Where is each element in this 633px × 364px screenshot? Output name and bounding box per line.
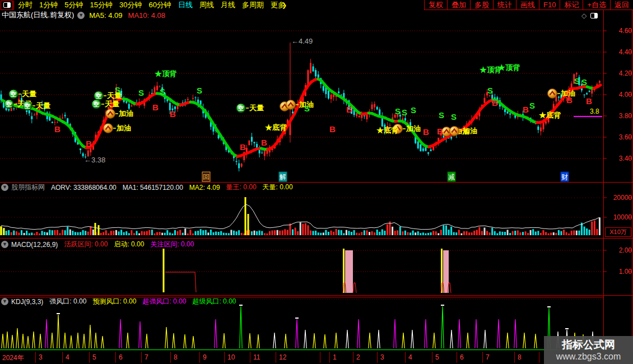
more-arrow-icon: ❯	[282, 2, 287, 9]
jiayou-marker: 加油	[104, 124, 132, 133]
svg-text:空: 空	[6, 101, 12, 108]
period-tab-1分钟[interactable]: 1分钟	[39, 0, 58, 10]
period-tab-15分钟[interactable]: 15分钟	[90, 0, 112, 10]
date-label: 7	[145, 353, 148, 361]
tianliang-value: 天量: 0.00	[263, 183, 293, 192]
toolbar-button-标记[interactable]: 标记	[560, 0, 583, 10]
price-annotation: ←4.49	[291, 37, 313, 45]
buy-mark: B	[170, 109, 176, 119]
date-label: 5	[92, 353, 96, 361]
toolbar-button-画线[interactable]: 画线	[516, 0, 539, 10]
date-separator	[405, 352, 406, 363]
watermark: 指标公式网 www.zbgs3.com	[544, 336, 633, 364]
buy-mark: B	[523, 105, 529, 114]
title-bar: 中国东航(日线.前复权) ▼ MA5: 4.09 MA10: 4.08	[0, 10, 633, 20]
sell-mark: S	[439, 110, 444, 120]
dingbei-marker: ★顶背	[498, 63, 520, 72]
sell-mark: S	[395, 106, 401, 116]
svg-text:加油: 加油	[406, 124, 421, 133]
chevron-down-icon[interactable]: ▼	[77, 12, 85, 19]
kdj-field4: 超级风口: 0.00	[192, 297, 236, 306]
volume-bars	[1, 197, 601, 235]
date-label: 6	[119, 353, 123, 361]
buy-mark: B	[492, 98, 498, 108]
chevron-down-icon[interactable]: ▼	[1, 298, 8, 305]
buy-mark: B	[261, 138, 267, 147]
toolbar-button-返回[interactable]: 返回	[610, 0, 633, 10]
tianliang-marker: 空天量	[92, 100, 119, 109]
tianliang-marker: 空天量	[236, 104, 264, 113]
axis-label: 4.00	[606, 91, 632, 99]
chart-canvas[interactable]: 空天量空天量空天量空天量空天量空天量加油加油加油加油加油加油加油★顶背★顶背★顶…	[0, 0, 633, 364]
svg-text:空: 空	[238, 105, 244, 111]
event-badge-解[interactable]: 解	[279, 172, 287, 181]
toolbar-button-F10[interactable]: F10	[539, 0, 560, 10]
event-badges[interactable]: 回解减财	[202, 172, 569, 181]
buy-mark: B	[566, 95, 573, 105]
annotations: ←4.49←3.383.8	[84, 37, 602, 164]
date-label: 5	[435, 353, 439, 361]
date-separator	[62, 352, 63, 363]
period-tab-5分钟[interactable]: 5分钟	[64, 0, 83, 10]
layout-icon[interactable]	[590, 13, 598, 18]
buy-mark: B	[152, 102, 159, 112]
toolbar-button-叠加[interactable]: 叠加	[447, 0, 470, 10]
date-separator	[482, 352, 483, 363]
chevron-down-icon[interactable]: ▼	[1, 184, 8, 191]
period-tab-60分钟[interactable]: 60分钟	[148, 0, 171, 10]
axis-label: 4.20	[606, 69, 632, 77]
price-annotation: ←3.38	[84, 156, 105, 164]
axis-label: 10000	[606, 213, 632, 221]
diamond-icon[interactable]: ◇	[581, 12, 587, 20]
period-tab-30分钟[interactable]: 30分钟	[119, 0, 142, 10]
jiayou-marker: 加油	[106, 109, 134, 119]
kdj-field3: 超强风口: 0.00	[142, 297, 186, 306]
event-badge-财[interactable]: 财	[561, 172, 569, 181]
watermark-site-name: 指标公式网	[562, 339, 615, 351]
period-tab-分时[interactable]: 分时	[18, 0, 32, 10]
toolbar-button-多股[interactable]: 多股	[470, 0, 493, 10]
date-label: 4	[66, 353, 69, 361]
axis-label: 4.40	[606, 48, 632, 56]
svg-text:回: 回	[203, 173, 210, 181]
date-label: 9	[203, 353, 207, 361]
date-label: 3	[39, 353, 43, 361]
axis-label: 3.40	[606, 155, 632, 162]
stock-title: 中国东航(日线.前复权)	[2, 10, 74, 20]
date-separator	[432, 352, 432, 363]
event-badge-减[interactable]: 减	[448, 172, 455, 181]
period-tab-月线[interactable]: 月线	[221, 0, 235, 10]
toolbar-button-复权[interactable]: 复权	[424, 0, 447, 10]
axis-label: 20000	[606, 194, 632, 202]
svg-text:空: 空	[25, 103, 30, 109]
date-separator	[35, 352, 36, 363]
title-right-icons: ◇	[581, 12, 598, 20]
tianliang-marker: 空天量	[23, 101, 50, 110]
chevron-down-icon[interactable]: ▼	[1, 241, 8, 248]
date-separator	[250, 352, 250, 363]
toolbar-button-统计[interactable]: 统计	[493, 0, 516, 10]
period-tab-周线[interactable]: 周线	[199, 0, 214, 10]
date-label: 8	[518, 353, 522, 361]
buy-mark: B	[329, 124, 336, 134]
dibei-marker: ★底背	[265, 123, 287, 132]
date-label: 8	[174, 353, 178, 361]
buy-mark: B	[586, 96, 592, 106]
window-split-icon[interactable]	[1, 1, 13, 10]
event-badge-回[interactable]: 回	[202, 172, 210, 181]
date-separator	[539, 352, 539, 363]
jiayou-marker: 加油	[450, 127, 478, 136]
support-line-label: 3.8	[590, 108, 599, 115]
menu-divider	[13, 1, 14, 10]
svg-text:天量: 天量	[21, 90, 36, 98]
svg-text:加油: 加油	[116, 124, 131, 132]
period-tab-多周期[interactable]: 多周期	[242, 0, 264, 10]
date-separator	[224, 352, 225, 363]
toolbar-button-+自选[interactable]: +自选	[583, 0, 610, 10]
volume-unit-label: X10万	[605, 227, 631, 237]
kdj-title: KDJ(9,3,3)	[11, 298, 43, 306]
liangwang-value: 量王: 0.00	[226, 183, 257, 192]
date-label: 12	[279, 353, 286, 361]
svg-text:空: 空	[96, 93, 101, 99]
period-tab-日线[interactable]: 日线	[178, 0, 193, 10]
